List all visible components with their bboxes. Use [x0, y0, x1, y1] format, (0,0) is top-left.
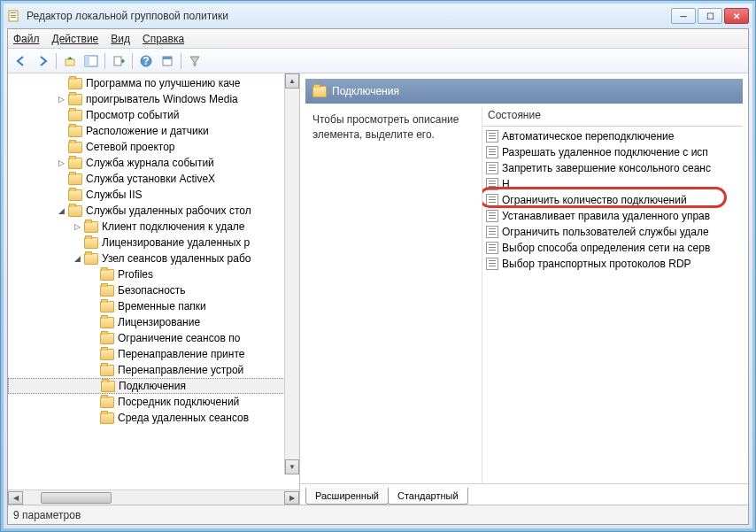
minimize-button[interactable]: ─ — [671, 8, 696, 24]
policy-label: Запретить завершение консольного сеанс — [502, 162, 711, 174]
tree-item[interactable]: Просмотр событий — [8, 107, 299, 123]
toolbar: ? — [8, 49, 748, 73]
policy-item[interactable]: Ограничить пользователей службы удале — [484, 224, 741, 240]
tab-standard[interactable]: Стандартный — [388, 488, 468, 505]
tree-item-label: Посредник подключений — [118, 396, 239, 408]
export-button[interactable] — [109, 51, 128, 71]
expander-icon[interactable]: ◢ — [56, 205, 66, 216]
policy-icon — [486, 226, 498, 238]
help-button[interactable]: ? — [136, 51, 156, 71]
filter-button[interactable] — [185, 51, 204, 71]
policy-item[interactable]: Выбор транспортных протоколов RDP — [484, 256, 741, 272]
pane-header-title: Подключения — [332, 85, 399, 97]
tree-item[interactable]: Ограничение сеансов по — [8, 330, 299, 346]
folder-icon — [68, 126, 82, 137]
tree-item[interactable]: ▷Клиент подключения к удале — [8, 219, 299, 235]
hscroll-right[interactable]: ▶ — [284, 491, 299, 505]
statusbar-text: 9 параметров — [13, 509, 81, 521]
expander-icon — [56, 110, 66, 120]
back-button[interactable] — [12, 51, 31, 71]
show-tree-button[interactable] — [81, 51, 101, 71]
policy-item[interactable]: Выбор способа определения сети на серв — [484, 240, 741, 256]
expander-icon[interactable]: ◢ — [72, 253, 82, 264]
expander-icon — [56, 142, 66, 152]
policy-item[interactable]: Запретить завершение консольного сеанс — [484, 160, 741, 176]
gpedit-window: Редактор локальной групповой политики ─ … — [0, 0, 756, 532]
policy-icon — [486, 242, 498, 254]
tree-item[interactable]: Перенаправление устрой — [8, 362, 299, 378]
tree-item[interactable]: Перенаправление принте — [8, 346, 299, 362]
folder-icon — [100, 301, 114, 312]
tree-item[interactable]: ◢Службы удаленных рабочих стол — [8, 203, 299, 219]
policy-item[interactable]: Н — [484, 176, 741, 192]
expander-icon[interactable]: ▷ — [56, 158, 66, 168]
folder-icon — [84, 237, 98, 249]
vscroll-down[interactable]: ▼ — [285, 459, 299, 474]
properties-button[interactable] — [158, 51, 177, 71]
policy-icon — [486, 162, 498, 174]
tab-extended[interactable]: Расширенный — [305, 488, 389, 505]
titlebar[interactable]: Редактор локальной групповой политики ─ … — [4, 4, 752, 28]
policy-item[interactable]: Автоматическое переподключение — [484, 128, 741, 144]
tree-item[interactable]: Среда удаленных сеансов — [8, 410, 299, 426]
menu-view[interactable]: Вид — [111, 33, 130, 45]
tree-item-label: Среда удаленных сеансов — [118, 412, 249, 424]
tree-item[interactable]: Временные папки — [8, 298, 299, 314]
policy-item[interactable]: Устанавливает правила удаленного управ — [484, 208, 741, 224]
folder-icon — [68, 173, 82, 185]
tree-item[interactable]: Служба установки ActiveX — [8, 171, 299, 187]
svg-rect-1 — [11, 12, 16, 13]
tree-item[interactable]: Лицензирование — [8, 314, 299, 330]
up-button[interactable] — [60, 51, 80, 71]
tree-item-label: Службы IIS — [86, 189, 142, 201]
hscroll-left[interactable]: ◀ — [8, 491, 23, 505]
folder-icon — [68, 78, 82, 89]
hscroll-thumb[interactable] — [41, 492, 112, 504]
tree-item[interactable]: Посредник подключений — [8, 394, 299, 410]
tree-item[interactable]: ◢Узел сеансов удаленных рабо — [8, 251, 299, 266]
tree-item[interactable]: Подключения — [8, 378, 299, 394]
menu-action[interactable]: Действие — [52, 33, 99, 45]
tree-item[interactable]: Лицензирование удаленных р — [8, 235, 299, 251]
tree-item[interactable]: Службы IIS — [8, 187, 299, 203]
tree-item-label: Клиент подключения к удале — [102, 220, 244, 233]
tree-item[interactable]: ▷проигрыватель Windows Media — [8, 91, 299, 107]
policy-icon — [486, 130, 498, 143]
folder-icon — [84, 221, 98, 233]
menu-action-label: Действие — [52, 33, 99, 45]
policy-item[interactable]: Ограничить количество подключений — [484, 192, 741, 208]
policy-list: Автоматическое переподключениеРазрешать … — [482, 127, 743, 274]
expander-icon[interactable]: ▷ — [56, 94, 66, 104]
folder-icon — [100, 397, 114, 408]
tree-item-label: Службы удаленных рабочих стол — [86, 204, 251, 217]
vscroll-up[interactable]: ▲ — [285, 73, 299, 89]
expander-icon — [88, 333, 98, 343]
forward-button[interactable] — [33, 51, 52, 71]
tree-item[interactable]: Сетевой проектор — [8, 139, 299, 155]
tree-scroll[interactable]: Программа по улучшению каче▷проигрывател… — [8, 73, 299, 490]
tree-item[interactable]: Программа по улучшению каче — [8, 75, 299, 91]
tree-hscroll[interactable]: ◀ ▶ — [8, 490, 299, 505]
policy-item[interactable]: Разрешать удаленное подключение с исп — [484, 144, 741, 160]
tree-item-label: Перенаправление устрой — [118, 364, 243, 376]
policy-label: Устанавливает правила удаленного управ — [502, 210, 710, 222]
tree-item[interactable]: Безопасность — [8, 282, 299, 298]
tree-item[interactable]: Profiles — [8, 266, 299, 282]
menu-file[interactable]: Файл — [13, 33, 40, 45]
right-pane: Подключения Чтобы просмотреть описание э… — [300, 73, 748, 505]
toolbar-sep — [132, 53, 133, 69]
tree-item-label: Сетевой проектор — [86, 141, 175, 153]
list-column-header[interactable]: Состояние — [482, 107, 743, 127]
maximize-button[interactable]: ☐ — [698, 8, 722, 24]
tree-item-label: Служба установки ActiveX — [86, 173, 215, 185]
tree-item[interactable]: Расположение и датчики — [8, 123, 299, 139]
vscroll-track[interactable] — [285, 89, 299, 459]
close-button[interactable]: ✕ — [724, 8, 749, 24]
expander-icon[interactable]: ▷ — [72, 221, 82, 232]
tree-item-label: Ограничение сеансов по — [118, 332, 240, 344]
tree-vscroll[interactable]: ▲ ▼ — [284, 73, 299, 474]
folder-icon — [68, 110, 82, 121]
tree-item[interactable]: ▷Служба журнала событий — [8, 155, 299, 171]
menu-help[interactable]: Справка — [143, 33, 184, 45]
svg-rect-6 — [85, 56, 89, 66]
